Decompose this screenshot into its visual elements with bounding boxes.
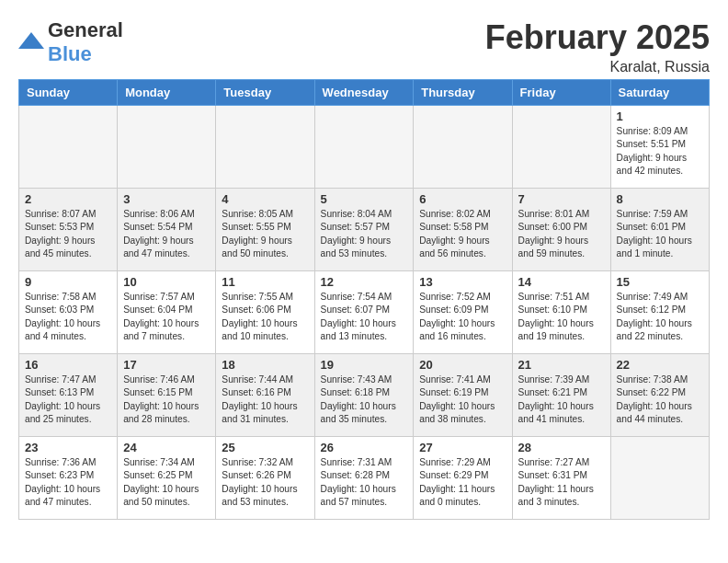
day-number: 25 xyxy=(222,441,308,454)
day-info: Sunrise: 7:51 AM Sunset: 6:10 PM Dayligh… xyxy=(518,291,605,343)
calendar-day: 23Sunrise: 7:36 AM Sunset: 6:23 PM Dayli… xyxy=(19,437,118,520)
day-number: 17 xyxy=(123,358,210,372)
day-number: 11 xyxy=(222,275,308,289)
calendar-day xyxy=(118,106,216,189)
location-title: Karalat, Russia xyxy=(485,59,710,75)
month-title: February 2025 xyxy=(485,18,710,57)
day-number: 20 xyxy=(419,358,506,372)
weekday-header: Thursday xyxy=(414,80,512,106)
page-header: General Blue February 2025 Karalat, Russ… xyxy=(18,18,710,75)
day-info: Sunrise: 8:07 AM Sunset: 5:53 PM Dayligh… xyxy=(25,208,111,260)
calendar-day: 5Sunrise: 8:04 AM Sunset: 5:57 PM Daylig… xyxy=(314,189,414,271)
day-info: Sunrise: 7:47 AM Sunset: 6:13 PM Dayligh… xyxy=(25,373,111,426)
calendar-day xyxy=(216,106,314,189)
day-number: 19 xyxy=(321,358,408,372)
calendar-day: 25Sunrise: 7:32 AM Sunset: 6:26 PM Dayli… xyxy=(216,437,314,520)
weekday-header: Friday xyxy=(512,80,610,106)
day-number: 4 xyxy=(222,192,308,206)
calendar-day: 14Sunrise: 7:51 AM Sunset: 6:10 PM Dayli… xyxy=(512,271,610,354)
day-info: Sunrise: 8:05 AM Sunset: 5:55 PM Dayligh… xyxy=(222,208,308,260)
calendar-day: 15Sunrise: 7:49 AM Sunset: 6:12 PM Dayli… xyxy=(610,271,709,354)
day-number: 2 xyxy=(25,192,111,206)
day-number: 16 xyxy=(25,358,111,372)
day-info: Sunrise: 8:04 AM Sunset: 5:57 PM Dayligh… xyxy=(321,208,408,260)
day-number: 21 xyxy=(518,358,605,372)
day-info: Sunrise: 8:09 AM Sunset: 5:51 PM Dayligh… xyxy=(617,125,703,178)
day-info: Sunrise: 7:34 AM Sunset: 6:25 PM Dayligh… xyxy=(123,456,210,509)
calendar-day: 11Sunrise: 7:55 AM Sunset: 6:06 PM Dayli… xyxy=(216,271,314,354)
calendar-day: 9Sunrise: 7:58 AM Sunset: 6:03 PM Daylig… xyxy=(19,271,118,354)
weekday-header: Tuesday xyxy=(216,80,314,106)
calendar-week-row: 23Sunrise: 7:36 AM Sunset: 6:23 PM Dayli… xyxy=(19,437,710,520)
calendar-day: 6Sunrise: 8:02 AM Sunset: 5:58 PM Daylig… xyxy=(414,189,512,271)
logo-general: General xyxy=(48,18,123,41)
day-number: 12 xyxy=(321,275,408,289)
calendar-day: 8Sunrise: 7:59 AM Sunset: 6:01 PM Daylig… xyxy=(610,189,709,271)
day-number: 10 xyxy=(123,275,210,289)
day-info: Sunrise: 7:39 AM Sunset: 6:21 PM Dayligh… xyxy=(518,373,605,426)
calendar-day: 24Sunrise: 7:34 AM Sunset: 6:25 PM Dayli… xyxy=(118,437,216,520)
day-info: Sunrise: 7:43 AM Sunset: 6:18 PM Dayligh… xyxy=(321,373,408,426)
day-number: 1 xyxy=(617,109,703,123)
day-number: 8 xyxy=(617,192,703,206)
day-info: Sunrise: 7:59 AM Sunset: 6:01 PM Dayligh… xyxy=(617,208,703,260)
day-number: 6 xyxy=(419,192,506,206)
day-info: Sunrise: 8:02 AM Sunset: 5:58 PM Dayligh… xyxy=(419,208,506,260)
calendar-day xyxy=(414,106,512,189)
day-info: Sunrise: 7:31 AM Sunset: 6:28 PM Dayligh… xyxy=(321,456,408,509)
day-number: 27 xyxy=(419,441,506,454)
logo: General Blue xyxy=(18,18,123,66)
day-info: Sunrise: 7:29 AM Sunset: 6:29 PM Dayligh… xyxy=(419,456,506,509)
day-number: 28 xyxy=(518,441,605,454)
day-info: Sunrise: 7:55 AM Sunset: 6:06 PM Dayligh… xyxy=(222,291,308,343)
calendar-day: 26Sunrise: 7:31 AM Sunset: 6:28 PM Dayli… xyxy=(314,437,414,520)
calendar-day: 10Sunrise: 7:57 AM Sunset: 6:04 PM Dayli… xyxy=(118,271,216,354)
calendar-day: 7Sunrise: 8:01 AM Sunset: 6:00 PM Daylig… xyxy=(512,189,610,271)
day-number: 18 xyxy=(222,358,308,372)
calendar-day xyxy=(512,106,610,189)
calendar-week-row: 2Sunrise: 8:07 AM Sunset: 5:53 PM Daylig… xyxy=(19,189,710,271)
calendar-header-row: SundayMondayTuesdayWednesdayThursdayFrid… xyxy=(19,80,710,106)
day-info: Sunrise: 7:49 AM Sunset: 6:12 PM Dayligh… xyxy=(617,291,703,343)
calendar-week-row: 1Sunrise: 8:09 AM Sunset: 5:51 PM Daylig… xyxy=(19,106,710,189)
day-number: 13 xyxy=(419,275,506,289)
calendar-day: 2Sunrise: 8:07 AM Sunset: 5:53 PM Daylig… xyxy=(19,189,118,271)
day-number: 5 xyxy=(321,192,408,206)
calendar-day: 17Sunrise: 7:46 AM Sunset: 6:15 PM Dayli… xyxy=(118,354,216,437)
day-number: 23 xyxy=(25,441,111,454)
day-info: Sunrise: 7:52 AM Sunset: 6:09 PM Dayligh… xyxy=(419,291,506,343)
day-info: Sunrise: 8:06 AM Sunset: 5:54 PM Dayligh… xyxy=(123,208,210,260)
calendar-day xyxy=(314,106,414,189)
day-number: 24 xyxy=(123,441,210,454)
calendar-day: 4Sunrise: 8:05 AM Sunset: 5:55 PM Daylig… xyxy=(216,189,314,271)
day-info: Sunrise: 7:36 AM Sunset: 6:23 PM Dayligh… xyxy=(25,456,111,509)
day-info: Sunrise: 7:54 AM Sunset: 6:07 PM Dayligh… xyxy=(321,291,408,343)
day-info: Sunrise: 7:44 AM Sunset: 6:16 PM Dayligh… xyxy=(222,373,308,426)
calendar-day xyxy=(610,437,709,520)
day-info: Sunrise: 7:58 AM Sunset: 6:03 PM Dayligh… xyxy=(25,291,111,343)
calendar-day: 28Sunrise: 7:27 AM Sunset: 6:31 PM Dayli… xyxy=(512,437,610,520)
day-info: Sunrise: 7:46 AM Sunset: 6:15 PM Dayligh… xyxy=(123,373,210,426)
day-number: 9 xyxy=(25,275,111,289)
weekday-header: Sunday xyxy=(19,80,118,106)
calendar-day: 16Sunrise: 7:47 AM Sunset: 6:13 PM Dayli… xyxy=(19,354,118,437)
calendar-week-row: 16Sunrise: 7:47 AM Sunset: 6:13 PM Dayli… xyxy=(19,354,710,437)
logo-blue: Blue xyxy=(48,42,92,65)
calendar-week-row: 9Sunrise: 7:58 AM Sunset: 6:03 PM Daylig… xyxy=(19,271,710,354)
calendar-day: 21Sunrise: 7:39 AM Sunset: 6:21 PM Dayli… xyxy=(512,354,610,437)
weekday-header: Saturday xyxy=(610,80,709,106)
day-number: 22 xyxy=(617,358,703,372)
day-number: 7 xyxy=(518,192,605,206)
calendar: SundayMondayTuesdayWednesdayThursdayFrid… xyxy=(18,79,710,520)
calendar-day: 20Sunrise: 7:41 AM Sunset: 6:19 PM Dayli… xyxy=(414,354,512,437)
calendar-day: 27Sunrise: 7:29 AM Sunset: 6:29 PM Dayli… xyxy=(414,437,512,520)
day-info: Sunrise: 7:41 AM Sunset: 6:19 PM Dayligh… xyxy=(419,373,506,426)
logo-text: General Blue xyxy=(48,18,123,66)
day-info: Sunrise: 7:27 AM Sunset: 6:31 PM Dayligh… xyxy=(518,456,605,509)
day-info: Sunrise: 7:32 AM Sunset: 6:26 PM Dayligh… xyxy=(222,456,308,509)
title-block: February 2025 Karalat, Russia xyxy=(485,18,710,75)
calendar-day: 18Sunrise: 7:44 AM Sunset: 6:16 PM Dayli… xyxy=(216,354,314,437)
calendar-day: 12Sunrise: 7:54 AM Sunset: 6:07 PM Dayli… xyxy=(314,271,414,354)
day-number: 15 xyxy=(617,275,703,289)
day-number: 26 xyxy=(321,441,408,454)
